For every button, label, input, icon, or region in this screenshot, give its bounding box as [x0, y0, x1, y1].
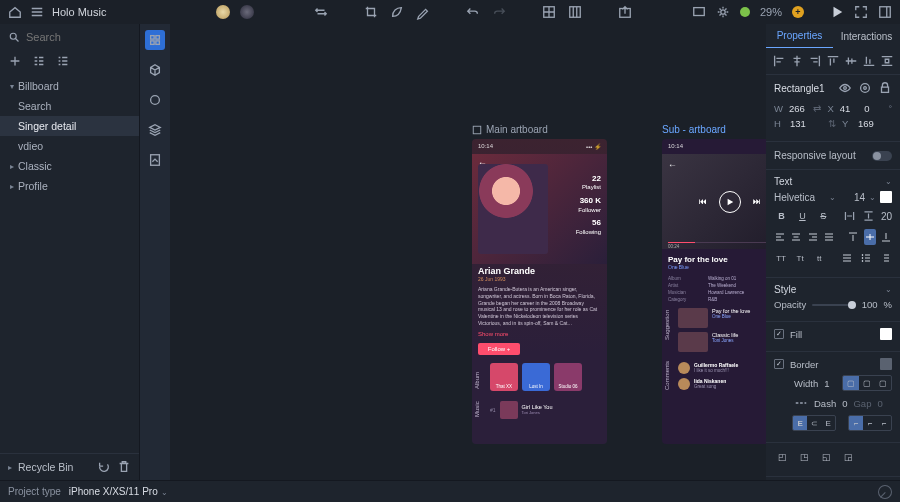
- list-icon[interactable]: [56, 54, 70, 68]
- case-upper[interactable]: TT: [774, 250, 788, 266]
- fullscreen-icon[interactable]: [854, 5, 868, 19]
- undo-icon[interactable]: [466, 5, 480, 19]
- tree-singer-detail[interactable]: Singer detail: [0, 116, 139, 136]
- crop-icon[interactable]: [364, 5, 378, 19]
- play-icon[interactable]: [830, 5, 844, 19]
- align-left-icon[interactable]: [772, 54, 786, 68]
- pen-icon[interactable]: [416, 5, 430, 19]
- underline-button[interactable]: U: [795, 208, 810, 224]
- responsive-toggle[interactable]: [872, 151, 892, 161]
- project-type-select[interactable]: iPhone X/XS/11 Pro ⌄: [69, 486, 168, 497]
- align-right-icon[interactable]: [808, 54, 822, 68]
- search-input[interactable]: [26, 31, 131, 43]
- cap-seg[interactable]: E⊂E: [792, 415, 836, 431]
- align-top-icon[interactable]: [826, 54, 840, 68]
- tree-icon[interactable]: [32, 54, 46, 68]
- valign-bot-button[interactable]: [881, 229, 892, 245]
- opacity-value[interactable]: 100: [862, 299, 878, 310]
- join-seg[interactable]: ⌐⌐⌐: [848, 415, 892, 431]
- align-center-button[interactable]: [790, 229, 801, 245]
- case-title[interactable]: Tt: [793, 250, 807, 266]
- leaf-icon[interactable]: [390, 5, 404, 19]
- artboard-label-main[interactable]: Main artboard: [472, 124, 548, 135]
- lineheight-icon[interactable]: [862, 209, 875, 223]
- redo-icon[interactable]: [492, 5, 506, 19]
- chevron-down-icon[interactable]: ⌄: [885, 285, 892, 294]
- x-value[interactable]: 41: [840, 103, 859, 114]
- rail-page[interactable]: [145, 150, 165, 170]
- height-value[interactable]: 131: [790, 118, 822, 129]
- settings-icon[interactable]: [716, 5, 730, 19]
- border-side-seg[interactable]: ▢▢▢: [842, 375, 892, 391]
- pin-icon[interactable]: [875, 482, 895, 502]
- export-icon[interactable]: [618, 5, 632, 19]
- align-vcenter-icon[interactable]: [844, 54, 858, 68]
- avatar-1[interactable]: [216, 5, 230, 19]
- deg-value[interactable]: 0: [864, 103, 883, 114]
- sub-artboard[interactable]: 10:14••• ⚡ ← ⏮ ⏭ 00:2402:40 Pay for the …: [662, 139, 766, 444]
- grid-a-icon[interactable]: [542, 5, 556, 19]
- text-color[interactable]: [880, 191, 892, 203]
- opacity-slider[interactable]: [812, 304, 855, 306]
- strike-button[interactable]: S: [816, 208, 831, 224]
- corner-tl[interactable]: ◰: [774, 449, 790, 465]
- line-height[interactable]: 20: [881, 211, 892, 222]
- distribute-icon[interactable]: [880, 54, 894, 68]
- canvas[interactable]: Main artboard Sub - artboard 10:14••• ⚡ …: [170, 24, 766, 480]
- bold-button[interactable]: B: [774, 208, 789, 224]
- tree-classic[interactable]: ▸Classic: [0, 156, 139, 176]
- font-select[interactable]: Helvetica: [774, 192, 825, 203]
- valign-top-button[interactable]: [848, 229, 859, 245]
- tree-search[interactable]: Search: [0, 96, 139, 116]
- tab-interactions[interactable]: Interactions: [833, 25, 900, 48]
- lock-icon[interactable]: [878, 81, 892, 95]
- align-justify-button[interactable]: [823, 229, 834, 245]
- artboard-label-sub[interactable]: Sub - artboard: [662, 124, 726, 135]
- corner-bl[interactable]: ◱: [818, 449, 834, 465]
- device-icon[interactable]: [692, 5, 706, 19]
- rail-stack[interactable]: [145, 120, 165, 140]
- target-icon[interactable]: [858, 81, 872, 95]
- main-artboard[interactable]: 10:14••• ⚡ ← 22Playlist 360 KFollower 56…: [472, 139, 607, 444]
- add-icon[interactable]: [8, 54, 22, 68]
- list-number[interactable]: [878, 250, 892, 266]
- corner-tr[interactable]: ◳: [796, 449, 812, 465]
- align-left-button[interactable]: [774, 229, 785, 245]
- align-bottom-icon[interactable]: [862, 54, 876, 68]
- eye-icon[interactable]: [838, 81, 852, 95]
- recycle-bin[interactable]: ▸ Recycle Bin: [0, 453, 139, 480]
- tree-vdieo[interactable]: vdieo: [0, 136, 139, 156]
- restore-icon[interactable]: [97, 460, 111, 474]
- rail-layers[interactable]: [145, 30, 165, 50]
- fill-color[interactable]: [880, 328, 892, 340]
- rail-cube[interactable]: [145, 60, 165, 80]
- width-value[interactable]: 266: [789, 103, 808, 114]
- list-none[interactable]: [840, 250, 854, 266]
- trash-icon[interactable]: [117, 460, 131, 474]
- grid-b-icon[interactable]: [568, 5, 582, 19]
- letterspacing-icon[interactable]: [843, 209, 856, 223]
- list-bullet[interactable]: [859, 250, 873, 266]
- tree-profile[interactable]: ▸Profile: [0, 176, 139, 196]
- panel-icon[interactable]: [878, 5, 892, 19]
- rail-circle[interactable]: [145, 90, 165, 110]
- font-size[interactable]: 14: [854, 192, 865, 203]
- corner-br[interactable]: ◲: [840, 449, 856, 465]
- avatar-2[interactable]: [240, 5, 254, 19]
- menu-icon[interactable]: [30, 5, 44, 19]
- border-color[interactable]: [880, 358, 892, 370]
- fill-toggle[interactable]: [774, 329, 784, 339]
- add-badge[interactable]: +: [792, 6, 804, 18]
- case-lower[interactable]: tt: [812, 250, 826, 266]
- align-right-button[interactable]: [807, 229, 818, 245]
- dash-value[interactable]: 0: [842, 398, 847, 409]
- valign-mid-button[interactable]: [864, 229, 875, 245]
- border-toggle[interactable]: [774, 359, 784, 369]
- border-width[interactable]: 1: [824, 378, 829, 389]
- y-value[interactable]: 169: [858, 118, 890, 129]
- align-hcenter-icon[interactable]: [790, 54, 804, 68]
- tree-billboard[interactable]: ▾Billboard: [0, 76, 139, 96]
- tab-properties[interactable]: Properties: [766, 24, 833, 48]
- zoom-percent[interactable]: 29%: [760, 6, 782, 18]
- chevron-down-icon[interactable]: ⌄: [885, 177, 892, 186]
